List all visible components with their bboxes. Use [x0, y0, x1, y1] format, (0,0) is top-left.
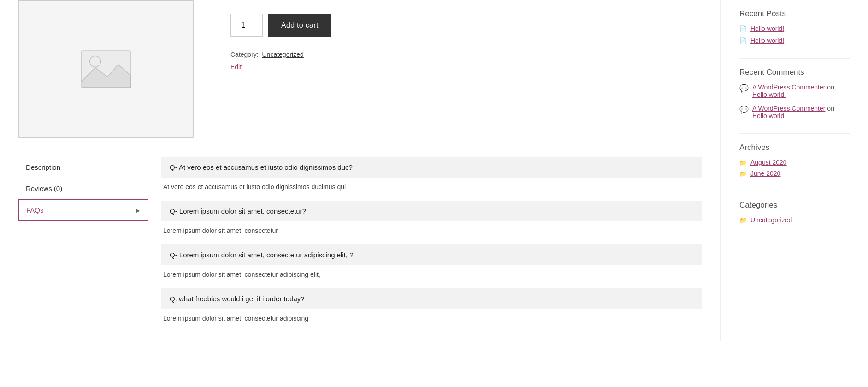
faq-question-4[interactable]: Q: what freebies would i get if i order …: [161, 288, 702, 309]
on-text-1: on: [827, 83, 834, 91]
category-label: Category:: [230, 51, 259, 58]
chevron-right-icon: ►: [135, 207, 141, 214]
recent-posts-list: 📄 Hello world! 📄 Hello world!: [739, 25, 850, 44]
faq-item-4: Q: what freebies would i get if i order …: [161, 288, 702, 327]
add-to-cart-button[interactable]: Add to cart: [268, 14, 331, 37]
faq-question-1[interactable]: Q- At vero eos et accusamus et iusto odi…: [161, 157, 702, 178]
sidebar: Recent Posts 📄 Hello world! 📄 Hello worl…: [720, 0, 850, 341]
tab-description[interactable]: Description: [18, 157, 148, 178]
document-icon-2: 📄: [739, 37, 747, 44]
faq-question-3[interactable]: Q- Lorem ipsum dolor sit amet, consectet…: [161, 244, 702, 265]
recent-post-item-1: 📄 Hello world!: [739, 25, 850, 32]
category-link[interactable]: Uncategorized: [262, 51, 303, 58]
tabs-content: Q- At vero eos et accusamus et iusto odi…: [148, 157, 702, 332]
qty-cart-row: Add to cart: [230, 14, 702, 37]
comment-post-link-1[interactable]: Hello world!: [752, 91, 786, 98]
tabs-sidebar: Description Reviews (0) FAQs ►: [18, 157, 148, 332]
category-row: Category: Uncategorized: [230, 51, 702, 58]
categories-section: Categories 📁 Uncategorized: [739, 201, 850, 224]
tab-faqs[interactable]: FAQs ►: [18, 199, 148, 221]
document-icon-1: 📄: [739, 25, 747, 32]
folder-icon-cat-1: 📁: [739, 217, 747, 224]
commenter-link-2[interactable]: A WordPress Commenter: [752, 105, 825, 112]
faq-item-3: Q- Lorem ipsum dolor sit amet, consectet…: [161, 244, 702, 284]
divider-2: [739, 133, 850, 134]
recent-comments-section: Recent Comments 💬 A WordPress Commenter …: [739, 68, 850, 119]
cart-area: Add to cart Category: Uncategorized Edit: [230, 9, 702, 138]
quantity-input[interactable]: [230, 14, 263, 37]
tabs-section: Description Reviews (0) FAQs ► Q- At ver…: [18, 157, 702, 332]
recent-comments-title: Recent Comments: [739, 68, 850, 77]
recent-post-link-1[interactable]: Hello world!: [750, 25, 784, 32]
comment-item-2: 💬 A WordPress Commenter on Hello world!: [739, 105, 850, 119]
archives-title: Archives: [739, 143, 850, 152]
comment-post-link-2[interactable]: Hello world!: [752, 112, 786, 119]
folder-icon-1: 📁: [739, 159, 747, 166]
archive-link-1[interactable]: August 2020: [750, 159, 787, 166]
folder-icon-2: 📁: [739, 170, 747, 177]
comment-text-2: A WordPress Commenter on Hello world!: [752, 105, 850, 119]
recent-post-item-2: 📄 Hello world!: [739, 37, 850, 44]
faq-answer-1: At vero eos et accusamus et iusto odio d…: [161, 178, 702, 196]
faq-answer-2: Lorem ipsum dolor sit amet, consectetur: [161, 221, 702, 240]
comment-item-1: 💬 A WordPress Commenter on Hello world!: [739, 83, 850, 98]
faq-answer-4: Lorem ipsum dolor sit amet, consectetur …: [161, 309, 702, 327]
product-image-placeholder: [18, 0, 194, 138]
edit-link[interactable]: Edit: [230, 63, 242, 71]
comment-icon-2: 💬: [739, 105, 749, 119]
archives-section: Archives 📁 August 2020 📁 June 2020: [739, 143, 850, 177]
recent-posts-title: Recent Posts: [739, 9, 850, 18]
product-image-area: [18, 9, 203, 138]
faq-question-2[interactable]: Q- Lorem ipsum dolor sit amet, consectet…: [161, 201, 702, 221]
archive-item-1: 📁 August 2020: [739, 159, 850, 166]
on-text-2: on: [827, 105, 834, 112]
tab-reviews[interactable]: Reviews (0): [18, 178, 148, 199]
divider-3: [739, 191, 850, 191]
category-sidebar-item-1: 📁 Uncategorized: [739, 216, 850, 224]
placeholder-image-icon: [78, 46, 134, 92]
archive-link-2[interactable]: June 2020: [750, 170, 780, 177]
comment-icon-1: 💬: [739, 84, 749, 98]
faq-item-2: Q- Lorem ipsum dolor sit amet, consectet…: [161, 201, 702, 240]
faq-answer-3: Lorem ipsum dolor sit amet, consectetur …: [161, 265, 702, 284]
comment-text-1: A WordPress Commenter on Hello world!: [752, 83, 850, 98]
commenter-link-1[interactable]: A WordPress Commenter: [752, 83, 825, 91]
recent-post-link-2[interactable]: Hello world!: [750, 37, 784, 44]
categories-title: Categories: [739, 201, 850, 210]
faq-item-1: Q- At vero eos et accusamus et iusto odi…: [161, 157, 702, 196]
divider-1: [739, 58, 850, 59]
category-sidebar-link-1[interactable]: Uncategorized: [750, 216, 792, 224]
recent-posts-section: Recent Posts 📄 Hello world! 📄 Hello worl…: [739, 9, 850, 44]
archive-item-2: 📁 June 2020: [739, 170, 850, 177]
